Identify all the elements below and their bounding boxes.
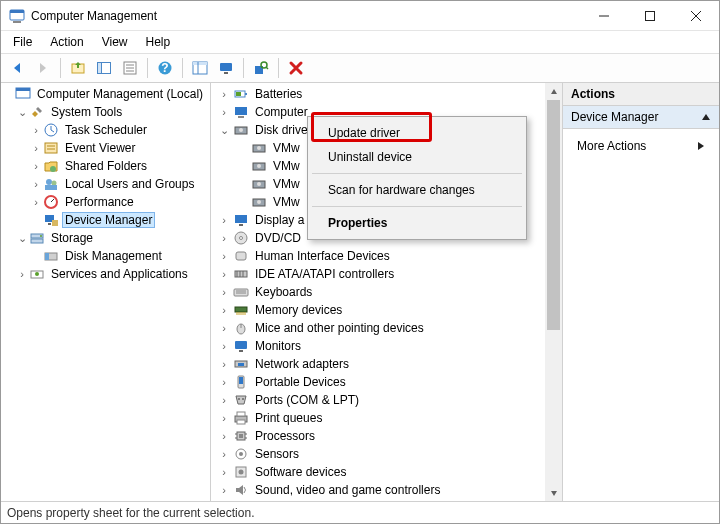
tree-shared-folders[interactable]: › Shared Folders <box>1 157 211 175</box>
actions-more-actions[interactable]: More Actions <box>573 135 709 157</box>
scroll-track[interactable] <box>545 100 562 484</box>
menu-file[interactable]: File <box>5 33 40 51</box>
cat-mice[interactable]: ›Mice and other pointing devices <box>211 319 545 337</box>
cat-processors[interactable]: ›Processors <box>211 427 545 445</box>
context-uninstall-device[interactable]: Uninstall device <box>310 145 524 169</box>
cat-sensors[interactable]: ›Sensors <box>211 445 545 463</box>
back-button[interactable] <box>5 56 29 80</box>
expand-icon[interactable]: › <box>215 304 233 316</box>
scroll-up-button[interactable] <box>545 83 562 100</box>
forward-button[interactable] <box>31 56 55 80</box>
scroll-down-button[interactable] <box>545 484 562 501</box>
tree-services-apps[interactable]: › Services and Applications <box>1 265 211 283</box>
help-button[interactable]: ? <box>153 56 177 80</box>
cat-print-queues[interactable]: ›Print queues <box>211 409 545 427</box>
properties2-button[interactable] <box>118 56 142 80</box>
show-hide-tree-button[interactable] <box>92 56 116 80</box>
context-scan-hardware[interactable]: Scan for hardware changes <box>310 178 524 202</box>
cat-keyboards[interactable]: ›Keyboards <box>211 283 545 301</box>
svg-point-101 <box>239 470 244 475</box>
scan-hardware-button[interactable] <box>249 56 273 80</box>
cat-sound[interactable]: ›Sound, video and game controllers <box>211 481 545 499</box>
expand-icon[interactable]: › <box>215 484 233 496</box>
cat-network[interactable]: ›Network adapters <box>211 355 545 373</box>
svg-rect-38 <box>52 220 58 226</box>
maximize-button[interactable] <box>627 1 673 30</box>
minimize-button[interactable] <box>581 1 627 30</box>
result-pane[interactable]: ›Batteries ›Computer ⌄Disk drives VMw VM… <box>211 83 563 501</box>
cpu-icon <box>233 428 249 444</box>
actions-section-device-manager[interactable]: Device Manager <box>563 106 719 129</box>
scroll-thumb[interactable] <box>547 100 560 330</box>
collapse-icon[interactable]: ⌄ <box>15 106 29 119</box>
cat-portable[interactable]: ›Portable Devices <box>211 373 545 391</box>
expand-icon[interactable]: › <box>215 106 233 118</box>
context-properties[interactable]: Properties <box>310 211 524 235</box>
expand-icon[interactable]: › <box>15 268 29 280</box>
close-button[interactable] <box>673 1 719 30</box>
expand-icon[interactable]: › <box>215 430 233 442</box>
expand-icon[interactable]: › <box>215 340 233 352</box>
context-update-driver[interactable]: Update driver <box>310 121 524 145</box>
disk-icon <box>251 158 267 174</box>
expand-icon[interactable]: › <box>29 142 43 154</box>
expand-icon[interactable]: › <box>215 250 233 262</box>
tree-local-users-groups[interactable]: › Local Users and Groups <box>1 175 211 193</box>
expand-icon[interactable]: › <box>215 268 233 280</box>
expand-icon[interactable]: › <box>29 196 43 208</box>
expand-icon[interactable]: › <box>29 178 43 190</box>
cat-monitors[interactable]: ›Monitors <box>211 337 545 355</box>
svg-point-32 <box>52 181 57 186</box>
tree-storage[interactable]: ⌄ Storage <box>1 229 211 247</box>
collapse-icon[interactable]: ⌄ <box>15 232 29 245</box>
expand-icon[interactable]: › <box>215 358 233 370</box>
cat-label: IDE ATA/ATAPI controllers <box>252 267 397 281</box>
tree-disk-management[interactable]: Disk Management <box>1 247 211 265</box>
disk-icon <box>251 176 267 192</box>
tree-performance[interactable]: › Performance <box>1 193 211 211</box>
detail-view-button[interactable] <box>188 56 212 80</box>
expand-icon[interactable]: › <box>215 232 233 244</box>
tree-device-manager[interactable]: Device Manager <box>1 211 211 229</box>
expand-icon[interactable]: › <box>215 376 233 388</box>
svg-point-58 <box>257 182 261 186</box>
cat-ports[interactable]: ›Ports (COM & LPT) <box>211 391 545 409</box>
tree-task-scheduler[interactable]: › Task Scheduler <box>1 121 211 139</box>
tree-event-viewer[interactable]: › Event Viewer <box>1 139 211 157</box>
monitor-button[interactable] <box>214 56 238 80</box>
expand-icon[interactable]: › <box>215 286 233 298</box>
expand-icon[interactable]: › <box>215 88 233 100</box>
ide-icon <box>233 266 249 282</box>
cat-label: Mice and other pointing devices <box>252 321 427 335</box>
chevron-right-icon <box>697 141 705 151</box>
expand-icon[interactable]: › <box>215 466 233 478</box>
delete-button[interactable] <box>284 56 308 80</box>
menu-view[interactable]: View <box>94 33 136 51</box>
svg-point-88 <box>242 398 244 400</box>
device-manager-icon <box>43 212 59 228</box>
expand-icon[interactable]: › <box>215 322 233 334</box>
up-button[interactable] <box>66 56 90 80</box>
cat-batteries[interactable]: ›Batteries <box>211 85 545 103</box>
cat-ide[interactable]: ›IDE ATA/ATAPI controllers <box>211 265 545 283</box>
svg-rect-19 <box>220 63 232 71</box>
tree-root[interactable]: Computer Management (Local) <box>1 85 211 103</box>
expand-icon[interactable]: › <box>215 214 233 226</box>
expand-icon[interactable]: › <box>29 160 43 172</box>
expand-icon[interactable]: › <box>215 394 233 406</box>
menu-help[interactable]: Help <box>138 33 179 51</box>
cat-software[interactable]: ›Software devices <box>211 463 545 481</box>
expand-icon[interactable]: › <box>215 448 233 460</box>
tree-system-tools[interactable]: ⌄ System Tools <box>1 103 211 121</box>
disk-icon <box>251 140 267 156</box>
expand-icon[interactable]: › <box>215 412 233 424</box>
cat-memory[interactable]: ›Memory devices <box>211 301 545 319</box>
scope-pane[interactable]: Computer Management (Local) ⌄ System Too… <box>1 83 211 501</box>
vertical-scrollbar[interactable] <box>545 83 562 501</box>
cat-hid[interactable]: ›Human Interface Devices <box>211 247 545 265</box>
cat-label: Ports (COM & LPT) <box>252 393 362 407</box>
menu-action[interactable]: Action <box>42 33 91 51</box>
collapse-icon[interactable]: ⌄ <box>215 124 233 137</box>
expand-icon[interactable]: › <box>29 124 43 136</box>
svg-rect-61 <box>235 215 247 223</box>
